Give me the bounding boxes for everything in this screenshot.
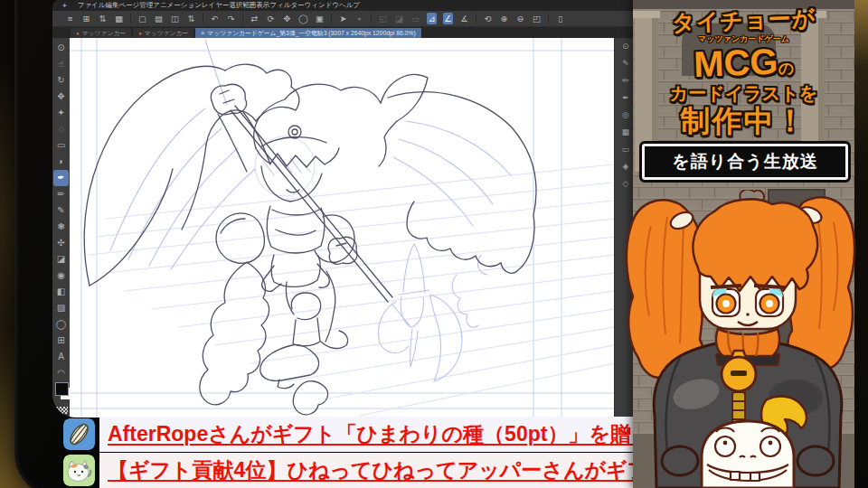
title-line-1: タイチョーが bbox=[633, 5, 855, 36]
sunflower-seed-icon bbox=[63, 418, 95, 450]
separator bbox=[242, 14, 243, 23]
grid-icon[interactable]: ▦ bbox=[618, 127, 633, 136]
pen-tool-icon[interactable]: ✒ bbox=[53, 170, 69, 186]
snap-special-ruler-icon[interactable]: ∠ bbox=[443, 13, 453, 24]
pixel-mascot-character bbox=[624, 190, 868, 488]
menu-bar: ✦ ファイル編集ページ管理アニメーションレイヤー選択範囲表示フィルターウィンドウ… bbox=[52, 0, 637, 11]
text-tool-icon[interactable]: A bbox=[53, 349, 69, 365]
move-icon[interactable]: ✥ bbox=[282, 13, 292, 24]
app-logo-icon: ✦ bbox=[61, 2, 68, 10]
thumbnail-icon[interactable]: ▦ bbox=[114, 13, 124, 24]
rotate-canvas-icon[interactable]: ⟳ bbox=[266, 13, 276, 24]
lasso-tool-icon[interactable]: ◌ bbox=[53, 121, 69, 137]
tab-matsuan-1[interactable]: ● マッツァンカー bbox=[71, 28, 131, 38]
menu-item[interactable]: ヘルプ bbox=[339, 1, 360, 9]
redo-icon[interactable]: ↷ bbox=[226, 13, 236, 24]
new-canvas-icon[interactable]: ▢ bbox=[137, 13, 147, 24]
decoration-tool-icon[interactable]: ✣ bbox=[53, 235, 69, 251]
brush-tool-icon[interactable]: ✎ bbox=[53, 202, 69, 219]
quick-zoom-icon[interactable]: ⊙ bbox=[618, 42, 633, 51]
fill-area-icon[interactable]: ▣ bbox=[315, 13, 325, 24]
snap-ruler-icon[interactable]: ⊿ bbox=[427, 13, 437, 24]
workspace-icon[interactable]: ⊞ bbox=[81, 13, 91, 24]
snap-angle-icon[interactable]: ∡ bbox=[459, 13, 469, 24]
quick-pencil-icon[interactable]: ✏ bbox=[618, 76, 633, 85]
select-clear-icon[interactable]: ◱ bbox=[378, 13, 388, 24]
clip-studio-window: ✦ ファイル編集ページ管理アニメーションレイヤー選択範囲表示フィルターウィンドウ… bbox=[52, 0, 637, 418]
select-layer-icon[interactable]: ◪ bbox=[394, 13, 404, 24]
menu-item[interactable]: アニメーション bbox=[153, 1, 202, 9]
command-bar: ≡⊞⇅▦▢▤◫⇅↶↷⇄⟳✥◯▣➤▫◱◪▭⊿∠∡⟲⊕⊖◰▯ bbox=[52, 11, 637, 27]
lock-icon[interactable]: ◫ bbox=[170, 13, 180, 24]
unsaved-dot-icon: ● bbox=[76, 31, 80, 36]
tool-palette: ⊙☝↻✥✦◌▭◗✒✏✎❃✣◪◉◧▨◯⊞A◠ bbox=[52, 38, 70, 418]
crop-icon[interactable]: ▫ bbox=[354, 13, 364, 24]
eraser-tool-icon[interactable]: ◪ bbox=[53, 251, 69, 267]
open-folder-icon[interactable]: ▤ bbox=[154, 13, 164, 24]
balloon-tool-icon[interactable]: ◠ bbox=[53, 365, 69, 381]
zoom-out-icon[interactable]: ⊖ bbox=[515, 13, 525, 24]
menu-item[interactable]: レイヤー bbox=[202, 1, 230, 9]
hand-tool-icon[interactable]: ☝ bbox=[53, 56, 69, 72]
rotate-view-icon[interactable]: ⟲ bbox=[483, 13, 493, 24]
title-mcg: MCGの bbox=[632, 41, 854, 85]
figure-tool-icon[interactable]: ◯ bbox=[53, 316, 69, 333]
arrange-icon[interactable]: ⇅ bbox=[98, 13, 108, 24]
page-updown-icon[interactable]: ⇅ bbox=[186, 13, 196, 24]
menu-item[interactable]: 選択範囲 bbox=[229, 1, 256, 9]
fill-tool-icon[interactable]: ◧ bbox=[53, 284, 69, 300]
close-icon[interactable]: × bbox=[201, 30, 204, 36]
tab-matsuan-2[interactable]: ● マッツァンカー bbox=[133, 28, 193, 38]
quick-pen-icon[interactable]: ✎ bbox=[618, 59, 633, 68]
main-color-swatch[interactable] bbox=[55, 382, 69, 396]
stream-stage: ✦ ファイル編集ページ管理アニメーションレイヤー選択範囲表示フィルターウィンドウ… bbox=[0, 0, 868, 488]
tab-card-illustration-active[interactable]: × マッツァンカードゲーム_第3弾_一空竜騎3 (3007 x 2640px 1… bbox=[195, 28, 420, 38]
transform-icon[interactable]: ◯ bbox=[298, 13, 308, 24]
undo-icon[interactable]: ↶ bbox=[210, 13, 220, 24]
quick-ink-icon[interactable]: ✒ bbox=[618, 93, 633, 102]
shadow-icon[interactable]: ◇ bbox=[618, 179, 633, 188]
separator bbox=[203, 14, 203, 23]
unsaved-dot-icon: ● bbox=[138, 31, 142, 36]
reference-icon[interactable]: ◎ bbox=[618, 110, 633, 119]
airbrush-tool-icon[interactable]: ❃ bbox=[53, 219, 69, 235]
drawing-canvas[interactable] bbox=[70, 38, 614, 418]
menu-item[interactable]: 編集 bbox=[105, 1, 118, 9]
flip-horizontal-icon[interactable]: ⇄ bbox=[250, 13, 259, 24]
eyedropper-tool-icon[interactable]: ◗ bbox=[53, 154, 69, 170]
select-area-icon[interactable]: ▭ bbox=[410, 13, 420, 24]
fit-screen-icon[interactable]: ◰ bbox=[532, 13, 542, 24]
panel-icon[interactable]: ▭ bbox=[618, 145, 633, 154]
zoom-tool-icon[interactable]: ⊙ bbox=[53, 40, 69, 56]
gift-message-text: 【ギフト貢献4位】ひねってひねってアッパーさんがギフト bbox=[108, 456, 636, 484]
rotate-tool-icon[interactable]: ↻ bbox=[53, 72, 69, 89]
menu-item[interactable]: ウィンドウ bbox=[305, 1, 339, 9]
material-icon[interactable]: ◈ bbox=[618, 162, 633, 171]
menu-item[interactable]: ページ管理 bbox=[118, 1, 153, 9]
gift-message-row: AfterRopeさんがギフト「ひまわりの種（50pt）」を贈り bbox=[63, 417, 636, 452]
operation-tool-icon[interactable]: ✦ bbox=[53, 105, 69, 121]
device-icon[interactable]: ▯ bbox=[555, 13, 565, 24]
zoom-in-icon[interactable]: ⊕ bbox=[499, 13, 509, 24]
gift-message-text: AfterRopeさんがギフト「ひまわりの種（50pt）」を贈り bbox=[108, 420, 636, 448]
separator bbox=[130, 14, 131, 23]
title-line-3: カードイラストを bbox=[633, 84, 854, 102]
menu-item[interactable]: フィルター bbox=[269, 1, 304, 9]
live-subtitle-box: を語り合う生放送 bbox=[642, 144, 848, 180]
move-tool-icon[interactable]: ✥ bbox=[53, 89, 69, 105]
marquee-tool-icon[interactable]: ▭ bbox=[53, 137, 69, 154]
line-art-sketch bbox=[70, 38, 614, 418]
gradient-tool-icon[interactable]: ▨ bbox=[53, 300, 69, 316]
hamburger-menu-icon[interactable]: ≡ bbox=[65, 13, 75, 24]
stream-title: タイチョーが マッツァンカードゲーム MCGの カードイラストを 制作中！ bbox=[633, 9, 854, 136]
pencil-tool-icon[interactable]: ✏ bbox=[53, 186, 69, 202]
menu-item[interactable]: 表示 bbox=[256, 1, 269, 9]
title-line-4: 制作中！ bbox=[633, 106, 854, 136]
frame-tool-icon[interactable]: ⊞ bbox=[53, 333, 69, 349]
menu-item[interactable]: ファイル bbox=[78, 1, 106, 9]
blend-tool-icon[interactable]: ◉ bbox=[53, 267, 69, 284]
arrow-icon[interactable]: ➤ bbox=[338, 13, 348, 24]
gift-chat-overlay: AfterRopeさんがギフト「ひまわりの種（50pt）」を贈り 【ギフト貢献4… bbox=[63, 417, 636, 488]
cat-icon bbox=[63, 455, 95, 486]
gift-message: AfterRopeさんがギフト「ひまわりの種（50pt）」を贈り bbox=[99, 417, 636, 452]
